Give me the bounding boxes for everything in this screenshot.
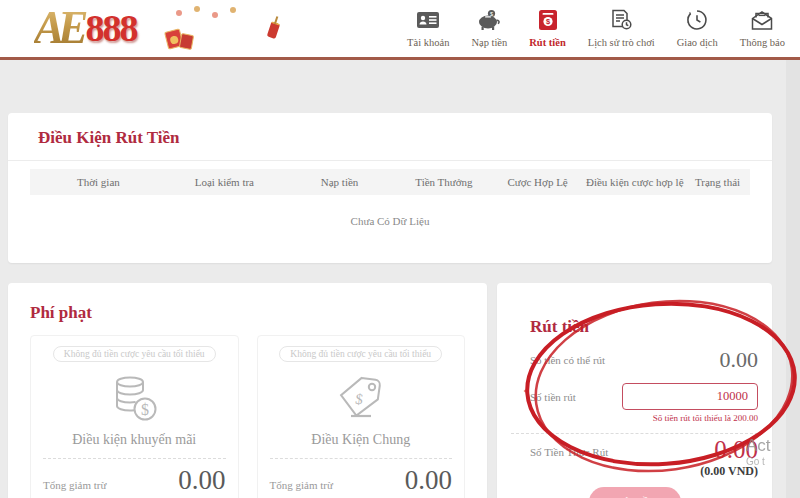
minimum-withdraw-note: Số tiền rút tối thiểu là 200.00: [497, 413, 772, 423]
fees-panel-title: Phí phạt: [8, 283, 487, 323]
column-header: Cược Hợp Lệ: [491, 176, 585, 188]
available-amount-label: Số tiền có thể rút: [530, 354, 605, 366]
brand-logo[interactable]: AE 888: [34, 2, 136, 54]
conditions-table-header: Thời gian Loại kiểm tra Nạp tiền Tiền Th…: [30, 169, 750, 195]
withdraw-panel: Rút tiền Số tiền có thể rút 0.00 *Số tiề…: [497, 283, 772, 498]
total-deduction-value: 0.00: [178, 465, 225, 496]
watermark-line1: Act: [746, 436, 771, 456]
column-header: Thời gian: [30, 176, 167, 188]
card-label: Điều kiện khuyến mãi: [43, 432, 226, 448]
nav-item-notifications[interactable]: Thông báo: [729, 7, 796, 48]
nav-label: Lịch sử trò chơi: [588, 37, 655, 48]
piggy-bank-icon: $: [475, 7, 503, 33]
envelope-icon: [749, 7, 775, 33]
nav-item-withdraw[interactable]: $ Rút tiền: [518, 7, 576, 48]
nav-item-transactions[interactable]: Giao dịch: [666, 7, 729, 48]
required-mark: *: [523, 386, 529, 398]
nav-item-game-history[interactable]: Lịch sử trò chơi: [577, 7, 666, 48]
title-divider: [8, 160, 772, 161]
dashed-divider: [511, 433, 758, 434]
withdraw-submit-button[interactable]: Rút tiền: [589, 487, 681, 498]
total-deduction-label: Tổng giảm trừ: [270, 479, 333, 491]
nav-label: Thông báo: [740, 37, 785, 48]
penalty-fees-panel: Phí phạt Không đủ tiền cược yêu cầu tối …: [8, 283, 487, 498]
right-edge-strip: [786, 60, 800, 498]
os-watermark: Act Go t: [746, 436, 771, 467]
svg-text:$: $: [354, 391, 364, 408]
insufficient-bet-badge: Không đủ tiền cược yêu cầu tối thiểu: [53, 346, 216, 362]
nav-label: Tài khoản: [407, 37, 449, 48]
column-header: Loại kiểm tra: [167, 176, 282, 188]
withdraw-amount-input[interactable]: [622, 383, 758, 410]
document-clock-icon: [608, 7, 634, 33]
general-condition-card: Không đủ tiền cược yêu cầu tối thiểu $ Đ…: [257, 335, 466, 498]
available-amount-value: 0.00: [720, 347, 759, 373]
card-label: Điều Kiện Chung: [270, 432, 453, 448]
total-deduction-label: Tổng giảm trừ: [43, 479, 106, 491]
brand-red-text: 888: [85, 2, 136, 54]
brand-gold-text: AE: [34, 2, 89, 54]
lucky-envelope-decoration: [179, 33, 194, 50]
svg-text:$: $: [141, 401, 149, 418]
blossom-decoration: [174, 6, 244, 20]
nav-item-account[interactable]: Tài khoản: [396, 7, 460, 48]
nav-label: Giao dịch: [677, 37, 718, 48]
dashed-divider: [43, 458, 226, 459]
header-divider: [0, 57, 800, 60]
header: AE 888 Tài khoản $ Nạp tiền: [0, 0, 800, 57]
insufficient-bet-badge: Không đủ tiền cược yêu cầu tối thiểu: [279, 346, 442, 362]
column-header: Nạp tiền: [282, 176, 397, 188]
nav-item-deposit[interactable]: $ Nạp tiền: [460, 7, 518, 48]
top-nav: Tài khoản $ Nạp tiền $ Rút tiền Lịch sử …: [396, 7, 796, 48]
column-header: Tiền Thưởng: [397, 176, 491, 188]
firecracker-decoration: [267, 21, 281, 39]
column-header: Trạng thái: [685, 176, 750, 188]
coin-stack-icon: $: [43, 370, 226, 428]
actual-withdraw-label: Số Tiền Thực Rút: [530, 446, 608, 458]
nav-label: Rút tiền: [529, 37, 565, 48]
promotion-condition-card: Không đủ tiền cược yêu cầu tối thiểu $ Đ…: [30, 335, 239, 498]
dashed-divider: [270, 458, 453, 459]
withdraw-panel-title: Rút tiền: [497, 283, 772, 337]
watermark-line2: Go t: [746, 456, 771, 467]
price-tag-icon: $: [270, 370, 453, 428]
nav-label: Nạp tiền: [471, 37, 507, 48]
withdraw-amount-label: *Số tiền rút: [530, 391, 576, 403]
withdraw-slot-icon: $: [536, 7, 560, 33]
withdraw-conditions-panel: Điều Kiện Rút Tiền Thời gian Loại kiểm t…: [8, 113, 772, 263]
id-card-icon: [415, 7, 441, 33]
page: AE 888 Tài khoản $ Nạp tiền: [0, 0, 800, 498]
clock-icon: [685, 7, 709, 33]
empty-data-message: Chưa Có Dữ Liệu: [8, 215, 772, 227]
conditions-panel-title: Điều Kiện Rút Tiền: [8, 113, 772, 148]
total-deduction-value: 0.00: [405, 465, 452, 496]
column-header: Điều kiện cược hợp lệ: [584, 176, 685, 188]
